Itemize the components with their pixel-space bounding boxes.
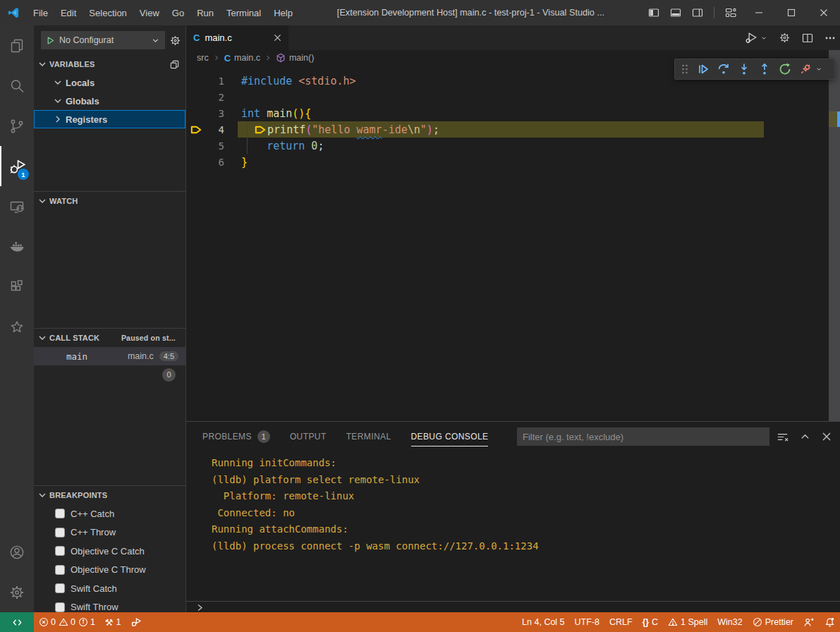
close-button[interactable] <box>808 0 840 25</box>
variables-scope-globals[interactable]: Globals <box>34 92 185 110</box>
account-button[interactable] <box>0 532 34 572</box>
toolbar-drag-handle[interactable] <box>680 62 690 76</box>
console-filter-input[interactable] <box>517 427 769 446</box>
stack-frame-row[interactable]: main main.c 4:5 <box>34 347 185 365</box>
code-line-3[interactable]: 3int main(){ <box>186 105 829 121</box>
language-mode[interactable]: {}C <box>638 612 663 632</box>
customize-layout-icon[interactable] <box>725 7 737 18</box>
more-actions-icon[interactable] <box>824 32 836 44</box>
menu-help[interactable]: Help <box>267 8 299 18</box>
breakpoint-checkbox[interactable] <box>55 528 65 537</box>
eol-sequence[interactable]: CRLF <box>604 612 638 632</box>
step-into-button[interactable] <box>737 62 751 76</box>
glyph-margin[interactable] <box>186 154 209 170</box>
maximize-button[interactable] <box>775 0 808 25</box>
breakpoint-checkbox[interactable] <box>55 509 65 518</box>
split-editor-icon[interactable] <box>802 32 813 44</box>
clear-console-icon[interactable] <box>777 431 789 443</box>
glyph-margin[interactable] <box>186 105 209 121</box>
breakpoint-row[interactable]: Swift Catch <box>34 579 185 598</box>
step-over-button[interactable] <box>717 62 731 76</box>
panel-tab-debug-console[interactable]: DEBUG CONSOLE <box>411 422 489 451</box>
launch-config-dropdown[interactable]: No Configurat <box>41 31 165 49</box>
debug-status[interactable] <box>126 612 147 632</box>
tools-status[interactable]: ⚒1 <box>100 612 126 632</box>
notifications-bell[interactable] <box>820 612 840 632</box>
sidebar-item-explorer[interactable] <box>0 25 34 66</box>
breakpoint-checkbox[interactable] <box>55 565 65 575</box>
glyph-margin[interactable] <box>186 138 209 154</box>
maximize-panel-icon[interactable] <box>800 432 810 442</box>
remote-indicator[interactable] <box>0 612 34 632</box>
minimize-button[interactable] <box>743 0 775 25</box>
sidebar-item-docker[interactable] <box>0 226 34 267</box>
panel-tab-output[interactable]: OUTPUT <box>290 422 327 451</box>
settings-gear-icon[interactable] <box>779 32 791 44</box>
close-tab-icon[interactable] <box>274 34 281 42</box>
breakpoint-row[interactable]: Objective C Throw <box>34 561 185 580</box>
sidebar-item-star[interactable] <box>0 307 34 347</box>
toggle-panel-icon[interactable] <box>670 7 681 18</box>
breakpoints-header[interactable]: BREAKPOINTS <box>34 486 185 504</box>
settings-button[interactable] <box>0 572 34 612</box>
breakpoint-checkbox[interactable] <box>55 602 65 612</box>
configure-gear-icon[interactable] <box>169 35 181 47</box>
code-line-6[interactable]: 6} <box>186 154 829 170</box>
copy-icon[interactable] <box>169 59 180 70</box>
breakpoint-row[interactable]: Objective C Catch <box>34 542 185 561</box>
menu-go[interactable]: Go <box>166 8 190 18</box>
tab-main-c[interactable]: C main.c <box>186 25 288 50</box>
sidebar-item-source-control[interactable] <box>0 106 34 146</box>
watch-header[interactable]: WATCH <box>34 192 185 210</box>
menu-run[interactable]: Run <box>190 8 220 18</box>
run-or-debug-button[interactable] <box>745 31 767 44</box>
call-stack-header[interactable]: CALL STACK Paused on st... <box>34 329 185 347</box>
spell-checker-status[interactable]: 1 Spell <box>663 612 712 632</box>
menu-file[interactable]: File <box>27 8 54 18</box>
close-panel-icon[interactable] <box>822 432 832 442</box>
continue-button[interactable] <box>696 62 710 76</box>
restart-button[interactable] <box>778 62 792 76</box>
problems-status[interactable]: 0 0 1 <box>34 612 100 632</box>
menu-edit[interactable]: Edit <box>54 8 83 18</box>
breakpoint-checkbox[interactable] <box>55 546 65 556</box>
cursor-position[interactable]: Ln 4, Col 5 <box>517 612 569 632</box>
breadcrumb-symbol[interactable]: main() <box>289 53 314 63</box>
variables-scope-locals[interactable]: Locals <box>34 73 185 92</box>
editor-scrollbar[interactable] <box>829 50 840 421</box>
sidebar-item-run-and-debug[interactable]: 1 <box>0 146 34 186</box>
formatter-status[interactable]: Prettier <box>748 612 798 632</box>
breadcrumb-file[interactable]: main.c <box>234 53 260 63</box>
code-line-2[interactable]: 2 <box>186 89 829 105</box>
encoding[interactable]: UTF-8 <box>570 612 604 632</box>
disconnect-button[interactable] <box>798 62 822 76</box>
feedback-status[interactable] <box>798 612 820 632</box>
menu-selection[interactable]: Selection <box>83 8 133 18</box>
toggle-sidebar-icon[interactable] <box>648 7 659 18</box>
breakpoint-checkbox[interactable] <box>55 583 65 593</box>
platform-status[interactable]: Win32 <box>712 612 747 632</box>
code-line-5[interactable]: 5 return 0; <box>186 138 829 154</box>
toggle-secondary-sidebar-icon[interactable] <box>692 7 703 18</box>
code-line-4[interactable]: 4 printf("hello wamr-ide\n"); <box>186 121 829 138</box>
panel-tab-terminal[interactable]: TERMINAL <box>346 422 391 451</box>
menu-terminal[interactable]: Terminal <box>220 8 267 18</box>
sidebar-item-search[interactable] <box>0 66 34 106</box>
breakpoint-row[interactable]: C++ Throw <box>34 523 185 542</box>
variables-header[interactable]: VARIABLES <box>34 55 185 73</box>
code-editor[interactable]: 1#include <stdio.h>23int main(){4 printf… <box>186 66 829 421</box>
sidebar-item-remote-explorer[interactable] <box>0 186 34 226</box>
sidebar-item-extensions[interactable] <box>0 267 34 307</box>
breadcrumb-src[interactable]: src <box>197 53 209 63</box>
breakpoint-row[interactable]: Swift Throw <box>34 598 185 613</box>
variables-scope-registers[interactable]: Registers <box>34 110 185 128</box>
glyph-margin[interactable] <box>186 121 209 138</box>
glyph-margin[interactable] <box>186 89 209 105</box>
menu-view[interactable]: View <box>133 8 166 18</box>
breakpoint-row[interactable]: C++ Catch <box>34 504 185 523</box>
step-out-button[interactable] <box>757 62 772 76</box>
debug-console-input[interactable] <box>186 601 840 613</box>
debug-console-output[interactable]: Running initCommands:(lldb) platform sel… <box>212 455 826 554</box>
panel-tab-problems[interactable]: PROBLEMS1 <box>202 422 270 451</box>
glyph-margin[interactable] <box>186 73 209 89</box>
